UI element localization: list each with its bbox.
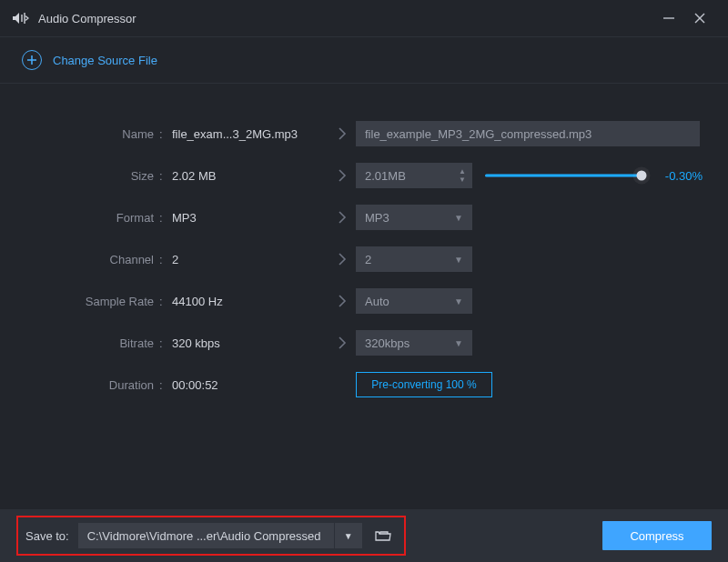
- stepper-up-icon[interactable]: ▲: [459, 168, 466, 176]
- sample-rate-select-value: Auto: [365, 295, 389, 308]
- name-source-value: file_exam...3_2MG.mp3: [172, 127, 329, 141]
- row-bitrate: Bitrate : 320 kbps 320kbps ▼: [0, 329, 703, 356]
- label-sample-rate: Sample Rate: [0, 295, 159, 308]
- row-format: Format : MP3 MP3 ▼: [0, 204, 703, 231]
- row-duration: Duration : 00:00:52 Pre-converting 100 %: [0, 371, 703, 398]
- caret-down-icon: ▼: [454, 296, 463, 306]
- open-folder-button[interactable]: [369, 523, 397, 548]
- change-source-row[interactable]: Change Source File: [0, 36, 728, 84]
- compress-button[interactable]: Compress: [602, 521, 712, 550]
- app-icon: [13, 12, 29, 25]
- chevron-right-icon: [329, 127, 356, 140]
- folder-icon: [375, 529, 391, 542]
- label-name: Name: [0, 127, 159, 141]
- row-sample-rate: Sample Rate : 44100 Hz Auto ▼: [0, 287, 703, 315]
- compress-button-label: Compress: [630, 529, 683, 543]
- plus-circle-icon: [22, 50, 42, 70]
- settings-form: Name : file_exam...3_2MG.mp3 Size : 2.02…: [0, 84, 728, 398]
- channel-select[interactable]: 2 ▼: [356, 246, 472, 272]
- size-stepper[interactable]: 2.01MB ▲ ▼: [356, 163, 472, 188]
- save-to-highlight: Save to: C:\Vidmore\Vidmore ...er\Audio …: [16, 516, 406, 556]
- save-path-dropdown[interactable]: ▼: [335, 523, 362, 548]
- sample-rate-source-value: 44100 Hz: [172, 295, 329, 308]
- titlebar: Audio Compressor: [0, 0, 728, 36]
- bitrate-select[interactable]: 320kbps ▼: [356, 330, 472, 356]
- format-select[interactable]: MP3 ▼: [356, 205, 472, 230]
- chevron-right-icon: [329, 336, 356, 349]
- window-title: Audio Compressor: [38, 12, 136, 25]
- row-size: Size : 2.02 MB 2.01MB ▲ ▼ -0.30%: [0, 162, 703, 189]
- label-bitrate: Bitrate: [0, 336, 159, 350]
- label-size: Size: [0, 169, 159, 183]
- row-channel: Channel : 2 2 ▼: [0, 246, 703, 273]
- caret-down-icon: ▼: [454, 255, 463, 265]
- chevron-right-icon: [329, 169, 356, 182]
- label-duration: Duration: [0, 378, 159, 392]
- duration-value: 00:00:52: [172, 378, 329, 392]
- stepper-down-icon[interactable]: ▼: [459, 176, 466, 184]
- name-output-input[interactable]: [356, 121, 700, 146]
- change-source-label: Change Source File: [53, 54, 157, 67]
- minimize-button[interactable]: [653, 3, 684, 34]
- sample-rate-select[interactable]: Auto ▼: [356, 288, 472, 314]
- footer: Save to: C:\Vidmore\Vidmore ...er\Audio …: [0, 509, 728, 562]
- chevron-right-icon: [329, 295, 356, 307]
- caret-down-icon: ▼: [454, 213, 463, 223]
- bitrate-source-value: 320 kbps: [172, 336, 329, 350]
- chevron-right-icon: [329, 211, 356, 224]
- label-format: Format: [0, 211, 159, 225]
- channel-select-value: 2: [365, 253, 371, 266]
- size-output-value: 2.01MB: [356, 169, 452, 183]
- preconvert-label: Pre-converting 100 %: [371, 378, 476, 391]
- close-button[interactable]: [684, 3, 715, 34]
- size-source-value: 2.02 MB: [172, 169, 329, 183]
- size-percent: -0.30%: [657, 169, 703, 183]
- label-channel: Channel: [0, 253, 159, 266]
- chevron-right-icon: [329, 253, 356, 266]
- caret-down-icon: ▼: [454, 338, 463, 348]
- save-to-label: Save to:: [25, 529, 69, 543]
- format-source-value: MP3: [172, 211, 329, 225]
- save-path-input[interactable]: C:\Vidmore\Vidmore ...er\Audio Compresse…: [78, 523, 335, 548]
- size-slider[interactable]: [485, 168, 646, 183]
- preconvert-button[interactable]: Pre-converting 100 %: [356, 372, 492, 397]
- row-name: Name : file_exam...3_2MG.mp3: [0, 120, 703, 147]
- bitrate-select-value: 320kbps: [365, 336, 410, 350]
- channel-source-value: 2: [172, 253, 329, 266]
- format-select-value: MP3: [365, 211, 389, 225]
